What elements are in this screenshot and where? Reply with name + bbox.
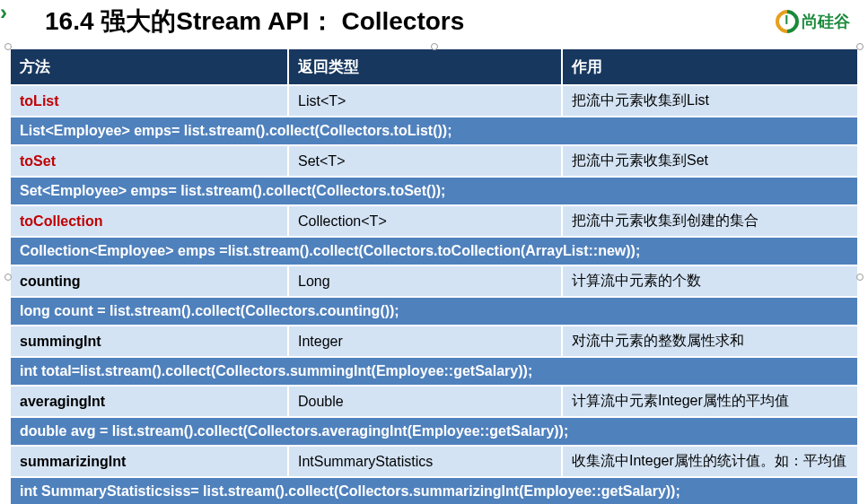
- brand-logo: 尚硅谷: [776, 10, 850, 33]
- table-row: int total=list.stream().collect(Collecto…: [10, 357, 858, 386]
- method-cell: summarizingInt: [10, 446, 288, 477]
- table-row: int SummaryStatisticsiss= list.stream().…: [10, 477, 858, 504]
- table-row: toListList<T>把流中元素收集到List: [10, 85, 858, 117]
- code-example-cell: int total=list.stream().collect(Collecto…: [10, 357, 858, 386]
- header-purpose: 作用: [562, 48, 858, 85]
- table-row: averagingIntDouble计算流中元素Integer属性的平均值: [10, 386, 858, 417]
- logo-text: 尚硅谷: [802, 11, 850, 32]
- table-row: List<Employee> emps= list.stream().colle…: [10, 117, 858, 145]
- table-row: summarizingIntIntSummaryStatistics收集流中In…: [10, 446, 858, 477]
- selection-handle[interactable]: [4, 43, 12, 50]
- return-type-cell: Long: [288, 265, 562, 297]
- chevron-icon: ›: [0, 0, 7, 25]
- method-cell: summingInt: [10, 326, 288, 357]
- table-row: toCollectionCollection<T>把流中元素收集到创建的集合: [10, 205, 858, 237]
- purpose-cell: 计算流中元素Integer属性的平均值: [562, 386, 858, 417]
- method-cell: counting: [10, 265, 288, 297]
- logo-icon: [771, 5, 804, 39]
- code-example-cell: double avg = list.stream().collect(Colle…: [10, 417, 858, 446]
- table-row: Collection<Employee> emps =list.stream()…: [10, 237, 858, 265]
- collectors-table: 方法 返回类型 作用 toListList<T>把流中元素收集到ListList…: [9, 48, 859, 504]
- table-row: Set<Employee> emps= list.stream().collec…: [10, 177, 858, 205]
- header-return-type: 返回类型: [288, 48, 562, 85]
- table-row: countingLong计算流中元素的个数: [10, 265, 858, 297]
- purpose-cell: 把流中元素收集到List: [562, 85, 858, 117]
- code-example-cell: List<Employee> emps= list.stream().colle…: [10, 117, 858, 145]
- code-example-cell: int SummaryStatisticsiss= list.stream().…: [10, 477, 858, 504]
- return-type-cell: List<T>: [288, 85, 562, 117]
- selection-handle[interactable]: [856, 274, 864, 281]
- table-row: toSetSet<T>把流中元素收集到Set: [10, 145, 858, 177]
- code-example-cell: Collection<Employee> emps =list.stream()…: [10, 237, 858, 265]
- selection-handle[interactable]: [856, 43, 864, 50]
- purpose-cell: 对流中元素的整数属性求和: [562, 326, 858, 357]
- table-header-row: 方法 返回类型 作用: [10, 48, 858, 85]
- return-type-cell: Integer: [288, 326, 562, 357]
- collectors-table-container[interactable]: 方法 返回类型 作用 toListList<T>把流中元素收集到ListList…: [9, 48, 859, 504]
- purpose-cell: 把流中元素收集到创建的集合: [562, 205, 858, 237]
- purpose-cell: 把流中元素收集到Set: [562, 145, 858, 177]
- selection-handle[interactable]: [4, 274, 12, 281]
- table-row: double avg = list.stream().collect(Colle…: [10, 417, 858, 446]
- code-example-cell: long count = list.stream().collect(Colle…: [10, 297, 858, 326]
- slide-title: 16.4 强大的Stream API： Collectors: [45, 4, 464, 39]
- code-example-cell: Set<Employee> emps= list.stream().collec…: [10, 177, 858, 205]
- selection-handle[interactable]: [431, 43, 438, 50]
- method-cell: toSet: [10, 145, 288, 177]
- return-type-cell: IntSummaryStatistics: [288, 446, 562, 477]
- purpose-cell: 收集流中Integer属性的统计值。如：平均值: [562, 446, 858, 477]
- return-type-cell: Collection<T>: [288, 205, 562, 237]
- header-method: 方法: [10, 48, 288, 85]
- return-type-cell: Double: [288, 386, 562, 417]
- method-cell: toList: [10, 85, 288, 117]
- table-row: long count = list.stream().collect(Colle…: [10, 297, 858, 326]
- return-type-cell: Set<T>: [288, 145, 562, 177]
- method-cell: toCollection: [10, 205, 288, 237]
- method-cell: averagingInt: [10, 386, 288, 417]
- slide-header: 16.4 强大的Stream API： Collectors 尚硅谷: [0, 0, 868, 48]
- purpose-cell: 计算流中元素的个数: [562, 265, 858, 297]
- table-row: summingIntInteger对流中元素的整数属性求和: [10, 326, 858, 357]
